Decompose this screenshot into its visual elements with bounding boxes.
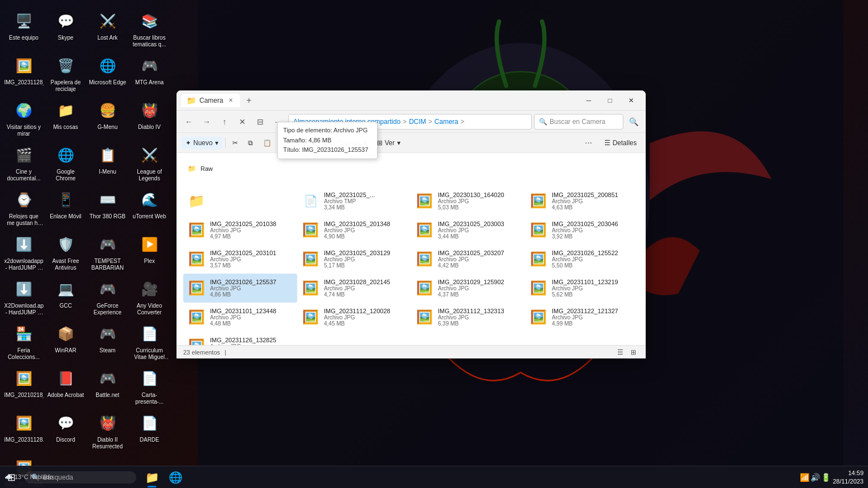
path-part-camera[interactable]: Camera <box>435 118 459 126</box>
file-6[interactable]: 🖼️ IMG_20231025_203129 Archivo JPG 5,17 … <box>297 245 411 274</box>
search-box[interactable]: 🔍 Buscar en Camera <box>534 114 623 130</box>
cut-button[interactable]: ✂ <box>228 137 242 149</box>
details-button[interactable]: ☰ Detalles <box>600 137 641 149</box>
desktop-icon-img1[interactable]: 🖼️ IMG_20231128_... <box>3 50 45 95</box>
taskbar-app-explorer[interactable]: 📁 <box>141 466 163 489</box>
desktop-icon-avast[interactable]: 🛡️ Avast Free Antivirus <box>45 229 87 274</box>
volume-icon[interactable]: 🔊 <box>810 473 820 482</box>
desktop-icon-anyvideo[interactable]: 🎥 Any Video Converter <box>128 274 170 318</box>
desktop-icon-skype[interactable]: 💬 Skype <box>45 6 87 50</box>
file-17[interactable]: 🖼️ IMG_20231126_132825 Archivo JPG 4,77 … <box>183 332 297 345</box>
desktop-icon-x2dl2[interactable]: ⬇️ X2Download.app - HardJUMP to ... <box>3 274 45 318</box>
desktop-icon-gmenu[interactable]: 🍔 G-Menu <box>87 95 128 140</box>
paste-button[interactable]: 📋 <box>259 137 276 149</box>
file-2[interactable]: 🖼️ IMG_20231025_201348 Archivo JPG 4,90 … <box>297 216 411 245</box>
desktop-icon-feria[interactable]: 🏪 Feria Coleccions... <box>3 318 45 363</box>
desktop-icon-visitar[interactable]: 🌍 Visitar sitios y mirar <box>3 95 45 140</box>
desktop-icon-adobe[interactable]: 📕 Adobe Acrobat <box>45 363 87 408</box>
status-bar: 23 elementos | ☰ ⊞ <box>177 345 646 358</box>
details-icon: ☰ <box>604 139 611 147</box>
forward-button[interactable]: → <box>199 114 214 130</box>
desktop-icon-este-equipo[interactable]: 🖥️ Este equipo <box>3 6 45 50</box>
desktop-icon-geforce[interactable]: 🎮 GeForce Experience <box>87 274 128 318</box>
desktop-icon-enlace[interactable]: 📱 Enlace Móvil <box>45 184 87 229</box>
desktop-icon-steam[interactable]: 🎮 Steam <box>87 318 128 363</box>
desktop-icon-x2dl[interactable]: ⬇️ x2downloadapp - HardJUMP to ... <box>3 229 45 274</box>
minimize-button[interactable]: ─ <box>579 90 599 111</box>
desktop-icon-tempest[interactable]: 🎮 TEMPEST BARBARIAN <box>87 229 128 274</box>
file-4[interactable]: 🖼️ IMG_20231025_203046 Archivo JPG 3,92 … <box>525 216 639 245</box>
network-icon[interactable]: 📶 <box>800 473 809 482</box>
file-14[interactable]: 🖼️ IMG_20231112_120028 Archivo JPG 4,45 … <box>297 303 411 332</box>
desktop-icon-img2[interactable]: 🖼️ IMG_20210218_... <box>3 363 45 408</box>
desktop-icon-img3[interactable]: 🖼️ IMG_20231128... <box>3 408 45 452</box>
taskbar-app-chrome[interactable]: 🌐 <box>164 466 187 489</box>
file-10[interactable]: 🖼️ IMG_20231028_202145 Archivo JPG 4,74 … <box>297 274 411 303</box>
toolbar: ✦ Nuevo ▾ ✂ ⧉ 📋 ✏ ⤴ 🗑 ↕ Ordenar ▾ ⊞ Ver … <box>177 133 646 153</box>
file-16-name: IMG_20231122_121327 <box>552 308 618 314</box>
desktop-icon-diablo[interactable]: 👹 Diablo IV <box>128 95 170 140</box>
refresh-button[interactable]: ✕ <box>235 114 250 130</box>
folder-raw[interactable]: 📁 Raw <box>183 157 639 180</box>
desktop-icon-lost-ark[interactable]: ⚔️ Lost Ark <box>87 6 128 50</box>
up-button[interactable]: ↑ <box>217 114 232 130</box>
explorer-tab[interactable]: 📁 Camera ✕ <box>181 94 240 107</box>
more-options-button[interactable]: ··· <box>581 135 597 151</box>
file-8-size: 5,50 MB <box>552 262 618 269</box>
pane-toggle[interactable]: ⊟ <box>252 114 268 130</box>
list-view-button[interactable]: ☰ <box>614 347 626 358</box>
file-13[interactable]: 🖼️ IMG_20231101_123448 Archivo JPG 4,48 … <box>183 303 297 332</box>
desktop-icon-buscar-libros[interactable]: 📚 Buscar libros tematicas q... <box>128 6 170 50</box>
desktop-icon-papelera[interactable]: 🗑️ Papelera de reciclaje <box>45 50 87 95</box>
grid-view-button[interactable]: ⊞ <box>628 347 639 358</box>
desktop-icon-chrome[interactable]: 🌐 Google Chrome <box>45 140 87 184</box>
desktop-icon-cine[interactable]: 🎬 Cine y documental... <box>3 140 45 184</box>
close-tab-button[interactable]: ✕ <box>227 97 235 104</box>
desktop-icon-gcc[interactable]: 💻 GCC <box>45 274 87 318</box>
maximize-button[interactable]: □ <box>600 90 620 111</box>
file-img-164020[interactable]: 🖼️ IMG_20230130_164020 Archivo JPG 5,03 … <box>411 186 525 216</box>
file-7[interactable]: 🖼️ IMG_20231025_203207 Archivo JPG 4,42 … <box>411 245 525 274</box>
desktop-icon-carta[interactable]: 📄 Carta-presenta-... <box>128 363 170 408</box>
desktop-icon-edge[interactable]: 🌐 Microsoft Edge <box>87 50 128 95</box>
desktop-icon-darde[interactable]: 📄 DARDE <box>128 408 170 452</box>
file-1[interactable]: 🖼️ IMG_20231025_201038 Archivo JPG 4,97 … <box>183 216 297 245</box>
desktop-icon-utorrent[interactable]: 🌊 uTorrent Web <box>128 184 170 229</box>
file-tmp[interactable]: 📄 IMG_20231025_... Archivo TMP 3,34 MB <box>297 186 411 216</box>
file-16[interactable]: 🖼️ IMG_20231122_121327 Archivo JPG 4,99 … <box>525 303 639 332</box>
back-button[interactable]: ← <box>181 114 197 130</box>
battery-icon[interactable]: 🔋 <box>821 473 831 482</box>
file-0[interactable]: 🖼️ IMG_20231025_200851 Archivo JPG 4,63 … <box>525 186 639 216</box>
file-8[interactable]: 🖼️ IMG_20231026_125522 Archivo JPG 5,50 … <box>525 245 639 274</box>
file-9[interactable]: 🖼️ IMG_20231026_125537 Archivo JPG 4,86 … <box>183 274 297 303</box>
desktop-icon-winrar[interactable]: 📦 WinRAR <box>45 318 87 363</box>
file-13-size: 4,48 MB <box>210 320 276 327</box>
desktop-icon-plex[interactable]: ▶️ Plex <box>128 229 170 274</box>
path-part-dcim[interactable]: DCIM <box>409 118 426 126</box>
file-12[interactable]: 🖼️ IMG_20231101_123219 Archivo JPG 5,62 … <box>525 274 639 303</box>
file-5[interactable]: 🖼️ IMG_20231025_203101 Archivo JPG 3,57 … <box>183 245 297 274</box>
new-button[interactable]: ✦ Nuevo ▾ <box>181 137 223 149</box>
weather-widget[interactable]: ☁️ 13°C Nublado <box>0 466 53 488</box>
desktop-icon-imenu[interactable]: 📋 I-Menu <box>87 140 128 184</box>
taskbar-time[interactable]: 14:59 28/11/2023 <box>833 469 864 485</box>
desktop-icon-mis-cosas[interactable]: 📁 Mis cosas <box>45 95 87 140</box>
new-tab-button[interactable]: + <box>242 94 256 107</box>
desktop-icon-battlenet[interactable]: 🎮 Battle.net <box>87 363 128 408</box>
file-15-type: Archivo JPG <box>438 314 504 320</box>
search-button[interactable]: 🔍 <box>626 114 641 130</box>
file-7-info: IMG_20231025_203207 Archivo JPG 4,42 MB <box>438 250 504 269</box>
copy-button[interactable]: ⧉ <box>244 137 257 149</box>
desktop-icon-thor[interactable]: ⌨️ Thor 380 RGB <box>87 184 128 229</box>
desktop-icon-diablo2[interactable]: 👹 Diablo II Resurrected <box>87 408 128 452</box>
desktop-icon-league[interactable]: ⚔️ League of Legends <box>128 140 170 184</box>
desktop-icon-discord[interactable]: 💬 Discord <box>45 408 87 452</box>
file-special-tmp-folder[interactable]: 📁 <box>183 186 297 216</box>
file-3[interactable]: 🖼️ IMG_20231025_203003 Archivo JPG 3,44 … <box>411 216 525 245</box>
desktop-icon-curriculum[interactable]: 📄 Curriculum Vitae Miguel Sánche... <box>128 318 170 363</box>
file-15[interactable]: 🖼️ IMG_20231112_132313 Archivo JPG 6,39 … <box>411 303 525 332</box>
desktop-icon-relojes[interactable]: ⌚ Relojes que me gustan ha ad... <box>3 184 45 229</box>
file-11[interactable]: 🖼️ IMG_20231029_125902 Archivo JPG 4,37 … <box>411 274 525 303</box>
close-button[interactable]: ✕ <box>621 90 641 111</box>
desktop-icon-mtg[interactable]: 🎮 MTG Arena <box>128 50 170 95</box>
